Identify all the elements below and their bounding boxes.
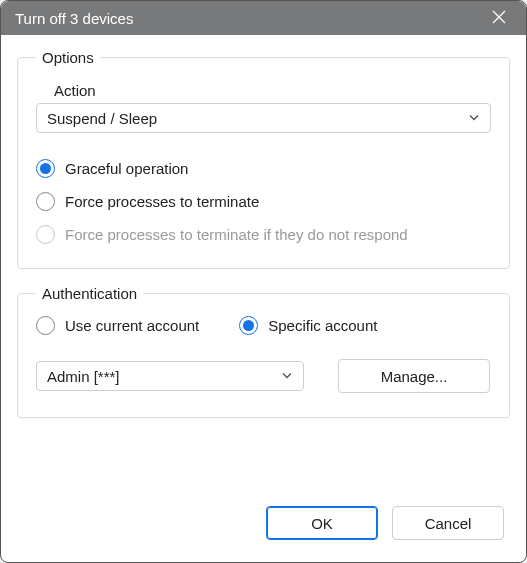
radio-icon	[239, 316, 258, 335]
radio-icon	[36, 316, 55, 335]
options-group: Options Action Suspend / Sleep Graceful …	[17, 49, 510, 269]
account-select[interactable]: Admin [***]	[36, 361, 304, 391]
close-icon	[492, 10, 506, 27]
radio-current-account-label: Use current account	[65, 317, 199, 334]
radio-specific-account-label: Specific account	[268, 317, 377, 334]
titlebar: Turn off 3 devices	[1, 1, 526, 35]
radio-specific-account[interactable]: Specific account	[239, 316, 377, 335]
ok-button-label: OK	[311, 515, 333, 532]
auth-controls: Admin [***] Manage...	[36, 359, 491, 393]
cancel-button-label: Cancel	[425, 515, 472, 532]
dialog-body: Options Action Suspend / Sleep Graceful …	[1, 35, 526, 490]
radio-force-noresp-label: Force processes to terminate if they do …	[65, 226, 408, 243]
auth-legend: Authentication	[36, 285, 143, 302]
account-select-value: Admin [***]	[47, 368, 120, 385]
action-select[interactable]: Suspend / Sleep	[36, 103, 491, 133]
radio-icon	[36, 159, 55, 178]
operation-radio-group: Graceful operation Force processes to te…	[36, 159, 491, 244]
radio-icon	[36, 192, 55, 211]
action-label: Action	[54, 82, 491, 99]
manage-button-label: Manage...	[381, 368, 448, 385]
radio-graceful-label: Graceful operation	[65, 160, 188, 177]
options-legend: Options	[36, 49, 100, 66]
radio-force-label: Force processes to terminate	[65, 193, 259, 210]
radio-graceful[interactable]: Graceful operation	[36, 159, 491, 178]
chevron-down-icon	[281, 368, 293, 385]
radio-icon	[36, 225, 55, 244]
radio-force-noresp: Force processes to terminate if they do …	[36, 225, 491, 244]
action-select-value: Suspend / Sleep	[47, 110, 157, 127]
radio-force[interactable]: Force processes to terminate	[36, 192, 491, 211]
window-title: Turn off 3 devices	[15, 10, 482, 27]
auth-group: Authentication Use current account Speci…	[17, 285, 510, 418]
ok-button[interactable]: OK	[266, 506, 378, 540]
auth-radio-row: Use current account Specific account	[36, 316, 491, 335]
cancel-button[interactable]: Cancel	[392, 506, 504, 540]
manage-button[interactable]: Manage...	[338, 359, 490, 393]
dialog-footer: OK Cancel	[1, 490, 526, 562]
dialog-window: Turn off 3 devices Options Action Suspen…	[0, 0, 527, 563]
close-button[interactable]	[482, 10, 516, 27]
chevron-down-icon	[468, 110, 480, 127]
radio-current-account[interactable]: Use current account	[36, 316, 199, 335]
